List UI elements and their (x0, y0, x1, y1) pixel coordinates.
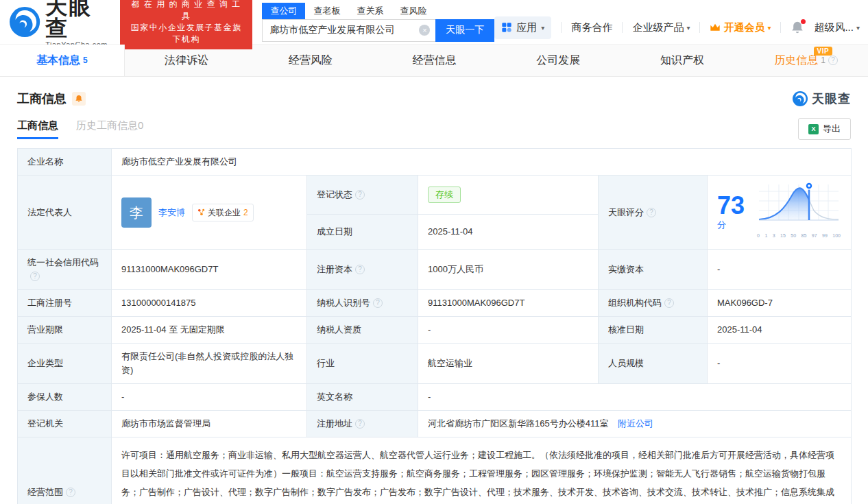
tab-risk[interactable]: 经营风险 (248, 45, 372, 76)
company-name-label: 企业名称 (18, 149, 112, 176)
uscc-label: 统一社会信用代码? (18, 250, 112, 290)
approval-date-label: 核准日期 (599, 317, 708, 344)
tab-legal[interactable]: 法律诉讼 (125, 45, 249, 76)
help-icon[interactable]: ? (373, 298, 383, 308)
est-date-value: 2025-11-04 (418, 214, 599, 249)
search-tab-company[interactable]: 查公司 (262, 3, 305, 19)
tab-history[interactable]: VIP 历史信息 1 ? (744, 45, 868, 76)
help-icon[interactable]: ? (30, 272, 40, 281)
search-tab-relation[interactable]: 查关系 (348, 3, 391, 19)
subtab-history-business-info[interactable]: 历史工商信息0 (76, 119, 143, 139)
est-date-label: 成立日期 (307, 214, 418, 249)
vip-label: 开通会员 (723, 21, 764, 34)
promo-line1: 都 在 用 的 商 业 查 询 工 具 (127, 0, 246, 22)
avatar[interactable]: 李 (121, 197, 152, 228)
help-icon[interactable]: ? (355, 265, 365, 274)
tab-operation[interactable]: 经营信息 (372, 45, 496, 76)
score-label: 天眼评分? (599, 176, 708, 250)
score-number: 73 (717, 191, 745, 219)
tianyancha-logo[interactable]: 天眼查 TianYanCha.com (8, 0, 110, 49)
english-name-value: - (418, 384, 852, 411)
divider (622, 22, 623, 33)
insured-label: 参保人数 (18, 384, 112, 411)
table-row: 参保人数 - 英文名称 - (18, 384, 852, 411)
org-code-label: 组织机构代码? (599, 290, 708, 317)
chevron-down-icon: ▾ (541, 24, 544, 32)
score-value-cell[interactable]: 73分 (708, 176, 852, 250)
monitor-bell-button[interactable] (72, 92, 86, 106)
tab-ip[interactable]: 知识产权 (620, 45, 745, 76)
excel-icon: X (808, 124, 819, 134)
subtab-business-info[interactable]: 工商信息 (17, 119, 58, 139)
help-icon[interactable]: ? (355, 419, 365, 429)
tianyancha-watermark-icon (792, 91, 808, 107)
legal-rep-link[interactable]: 李安博 (158, 206, 185, 219)
reg-number-value: 131000000141875 (112, 290, 307, 317)
biz-coop-link[interactable]: 商务合作 (571, 21, 612, 34)
tab-risk-label: 经营风险 (289, 53, 333, 68)
table-row: 登记机关 廊坊市市场监督管理局 注册地址? 河北省廊坊市广阳区新华路165号办公… (18, 411, 852, 437)
export-label: 导出 (823, 123, 841, 135)
divider (780, 22, 781, 33)
score-label-text: 天眼评分 (608, 207, 644, 217)
help-icon[interactable]: ? (647, 208, 656, 217)
table-row: 法定代表人 李 李安博 关联企业 2 (18, 176, 852, 215)
scope-label: 经营范围? (18, 437, 112, 504)
scope-value: 许可项目：通用航空服务；商业非运输、私用大型航空器运营人、航空器代管人运行业务；… (112, 437, 852, 504)
tab-operation-label: 经营信息 (413, 53, 457, 68)
score-unit: 分 (717, 219, 726, 230)
search-button[interactable]: 天眼一下 (435, 19, 494, 42)
score-distribution-chart: 01 315 5085 9799 100 (756, 182, 841, 243)
top-header: 天眼查 TianYanCha.com 都 在 用 的 商 业 查 询 工 具 国… (0, 0, 868, 44)
chevron-down-icon: ▾ (767, 24, 771, 32)
taxpayer-id-label-text: 纳税人识别号 (317, 298, 370, 308)
table-row: 企业名称 廊坊市低空产业发展有限公司 (18, 149, 852, 176)
insured-value: - (112, 384, 307, 411)
related-companies-badge[interactable]: 关联企业 2 (192, 204, 254, 221)
tab-legal-label: 法律诉讼 (165, 53, 208, 68)
reg-authority-label: 登记机关 (18, 411, 112, 437)
reg-authority-value: 廊坊市市场监督管理局 (112, 411, 307, 437)
tab-development[interactable]: 公司发展 (496, 45, 620, 76)
search-tab-boss[interactable]: 查老板 (305, 3, 348, 19)
help-icon[interactable]: ? (355, 190, 365, 200)
enterprise-label: 企业级产品 (632, 21, 684, 34)
scope-label-text: 经营范围 (27, 487, 63, 497)
paid-capital-label: 实缴资本 (599, 250, 708, 290)
vip-menu[interactable]: 开通会员 ▾ (710, 21, 771, 34)
score-pin-icon (806, 182, 812, 189)
promo-banner: 都 在 用 的 商 业 查 询 工 具 国家中小企业发展子基金旗下机构 (120, 0, 253, 49)
reg-number-label: 工商注册号 (18, 290, 112, 317)
reg-capital-label: 注册资本? (307, 250, 418, 290)
company-tabbar: 基本信息 5 法律诉讼 经营风险 经营信息 公司发展 知识产权 VIP 历史信息… (0, 44, 868, 77)
main-content: 工商信息 天眼查 工商信息 历史工商信息0 X 导出 (0, 91, 868, 504)
super-risk-menu[interactable]: 超级风... ▾ (814, 21, 860, 34)
address-label: 注册地址? (307, 411, 418, 437)
help-icon[interactable]: ? (828, 56, 838, 65)
apps-menu[interactable]: 应用 ▾ (494, 16, 551, 39)
crown-icon (710, 23, 721, 32)
table-row: 营业期限 2025-11-04 至 无固定期限 纳税人资质 - 核准日期 202… (18, 317, 852, 344)
score-axis-labels: 01 315 5085 9799 100 (756, 229, 841, 243)
divider (699, 22, 700, 33)
search-tab-risk[interactable]: 查风险 (391, 3, 435, 19)
tab-history-label: 历史信息 (774, 53, 818, 68)
help-icon[interactable]: ? (66, 488, 75, 497)
help-icon[interactable]: ? (664, 298, 674, 308)
apps-grid-icon (501, 22, 512, 33)
org-code-label-text: 组织机构代码 (608, 298, 662, 308)
notification-bell[interactable] (791, 21, 804, 34)
reg-capital-label-text: 注册资本 (317, 264, 352, 274)
tab-history-count: 1 (821, 56, 825, 65)
company-type-value: 有限责任公司(非自然人投资或控股的法人独资) (112, 344, 307, 384)
vip-badge: VIP (814, 47, 833, 56)
search-input[interactable] (263, 20, 435, 41)
table-row: 统一社会信用代码? 91131000MAK096GD7T 注册资本? 1000万… (18, 250, 852, 290)
export-button[interactable]: X 导出 (798, 118, 851, 140)
tab-basic-label: 基本信息 (36, 53, 80, 68)
tab-basic-info[interactable]: 基本信息 5 (0, 45, 125, 76)
nearby-companies-link[interactable]: 附近公司 (618, 418, 653, 429)
related-label: 关联企业 (208, 206, 241, 219)
uscc-value: 91131000MAK096GD7T (112, 250, 307, 290)
enterprise-menu[interactable]: 企业级产品 ▾ (632, 21, 690, 34)
